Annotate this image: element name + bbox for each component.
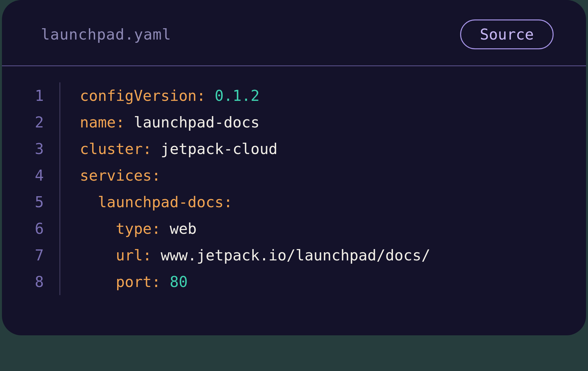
code-content[interactable]: configVersion: 0.1.2 name: launchpad-doc… xyxy=(80,82,430,295)
line-number: 8 xyxy=(35,269,44,295)
line-number: 5 xyxy=(35,189,44,215)
indent xyxy=(80,246,116,264)
yaml-key: type: xyxy=(116,220,161,237)
yaml-key: port: xyxy=(116,273,161,291)
yaml-key: configVersion: xyxy=(80,87,206,104)
line-number: 4 xyxy=(35,162,44,189)
code-area: 1 2 3 4 5 6 7 8 configVersion: 0.1.2 nam… xyxy=(2,66,586,295)
panel-header: launchpad.yaml Source xyxy=(2,0,586,66)
yaml-key: name: xyxy=(80,114,125,131)
code-panel: launchpad.yaml Source 1 2 3 4 5 6 7 8 co… xyxy=(2,0,586,335)
yaml-value: 0.1.2 xyxy=(214,87,259,104)
line-number: 1 xyxy=(35,82,44,109)
line-number-gutter: 1 2 3 4 5 6 7 8 xyxy=(2,82,60,295)
line-number: 3 xyxy=(35,136,44,162)
code-line: configVersion: 0.1.2 xyxy=(80,82,430,109)
yaml-value: www.jetpack.io/launchpad/docs/ xyxy=(161,246,430,264)
code-line: launchpad-docs: xyxy=(80,189,430,215)
code-line: port: 80 xyxy=(80,269,430,295)
source-button[interactable]: Source xyxy=(460,19,554,49)
yaml-key: launchpad-docs: xyxy=(98,193,232,211)
code-line: cluster: jetpack-cloud xyxy=(80,136,430,162)
yaml-key: services: xyxy=(80,167,161,184)
yaml-value: 80 xyxy=(170,273,188,291)
yaml-value: launchpad-docs xyxy=(134,114,260,131)
yaml-value: web xyxy=(170,220,197,237)
indent xyxy=(80,273,116,291)
code-line: type: web xyxy=(80,215,430,242)
code-line: services: xyxy=(80,162,430,189)
yaml-value: jetpack-cloud xyxy=(161,140,277,158)
filename-label: launchpad.yaml xyxy=(41,26,171,43)
yaml-key: cluster: xyxy=(80,140,152,158)
indent xyxy=(80,220,116,237)
line-number: 2 xyxy=(35,109,44,136)
yaml-key: url: xyxy=(116,246,152,264)
code-line: name: launchpad-docs xyxy=(80,109,430,136)
line-number: 7 xyxy=(35,242,44,269)
code-line: url: www.jetpack.io/launchpad/docs/ xyxy=(80,242,430,269)
line-number: 6 xyxy=(35,215,44,242)
indent xyxy=(80,193,98,211)
